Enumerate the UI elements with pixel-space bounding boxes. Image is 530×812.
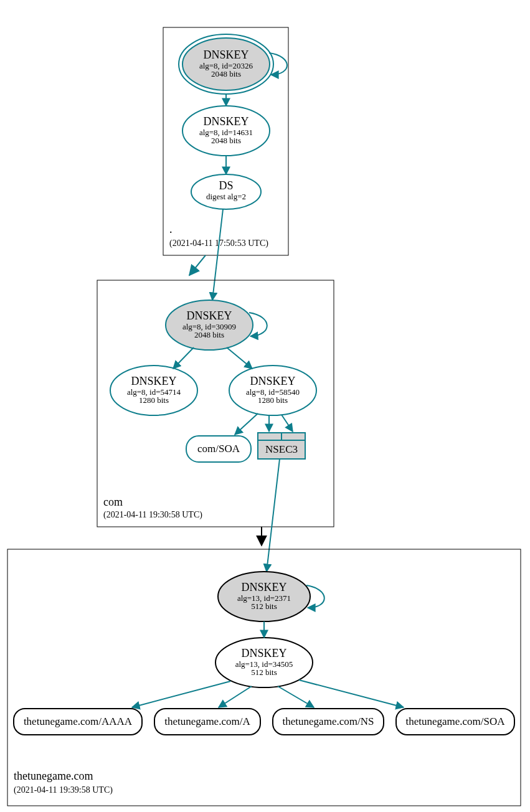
node-leaf-ns: thetunegame.com/NS <box>273 709 384 735</box>
svg-text:DNSKEY: DNSKEY <box>203 115 248 128</box>
node-com-zsk1: DNSKEY alg=8, id=54714 1280 bits <box>110 366 197 415</box>
svg-text:2048 bits: 2048 bits <box>211 69 241 78</box>
zone-root: . (2021-04-11 17:50:53 UTC) DNSKEY alg=8… <box>163 27 288 255</box>
node-leaf-soa: thetunegame.com/SOA <box>396 709 514 735</box>
zone-leaf-timestamp: (2021-04-11 19:39:58 UTC) <box>14 785 113 795</box>
edge-root-to-com <box>189 255 206 275</box>
edge-nsec3-leafksk <box>267 459 280 572</box>
svg-text:1280 bits: 1280 bits <box>258 395 288 405</box>
edge-comksk-zsk2 <box>227 347 252 369</box>
svg-text:1280 bits: 1280 bits <box>139 395 169 405</box>
zone-leaf: thetunegame.com (2021-04-11 19:39:58 UTC… <box>7 549 521 806</box>
node-com-zsk2: DNSKEY alg=8, id=58540 1280 bits <box>229 366 316 415</box>
zone-leaf-label: thetunegame.com <box>14 770 93 782</box>
edge-zsk-a <box>219 686 252 707</box>
zone-com-timestamp: (2021-04-11 19:30:58 UTC) <box>103 510 202 520</box>
edge-zsk2-soa <box>235 413 258 435</box>
node-com-soa: com/SOA <box>186 436 251 462</box>
node-com-nsec3: NSEC3 <box>258 433 305 459</box>
svg-text:DNSKEY: DNSKEY <box>241 647 286 659</box>
edge-zsk-ns <box>278 686 314 707</box>
node-com-ksk: DNSKEY alg=8, id=30909 2048 bits <box>166 300 253 350</box>
node-leaf-zsk: DNSKEY alg=13, id=34505 512 bits <box>215 638 313 687</box>
node-leaf-aaaa: thetunegame.com/AAAA <box>14 709 142 735</box>
svg-text:DNSKEY: DNSKEY <box>250 375 295 387</box>
node-leaf-a: thetunegame.com/A <box>154 709 260 735</box>
svg-text:512 bits: 512 bits <box>251 602 277 611</box>
svg-text:thetunegame.com/A: thetunegame.com/A <box>164 715 250 727</box>
svg-text:digest alg=2: digest alg=2 <box>206 192 246 201</box>
edge-comksk-zsk1 <box>173 347 194 369</box>
svg-text:thetunegame.com/NS: thetunegame.com/NS <box>283 715 374 727</box>
svg-text:DS: DS <box>219 179 233 192</box>
svg-text:DNSKEY: DNSKEY <box>186 309 232 322</box>
zone-com: com (2021-04-11 19:30:58 UTC) DNSKEY alg… <box>97 280 334 527</box>
edge-zsk2-nsec3b <box>282 415 293 432</box>
edge-zsk-soa <box>299 680 404 707</box>
svg-text:512 bits: 512 bits <box>251 668 277 677</box>
svg-text:2048 bits: 2048 bits <box>194 330 224 339</box>
node-root-ds: DS digest alg=2 <box>191 174 261 209</box>
svg-text:thetunegame.com/AAAA: thetunegame.com/AAAA <box>24 715 133 727</box>
zone-com-label: com <box>103 496 123 508</box>
node-leaf-ksk: DNSKEY alg=13, id=2371 512 bits <box>218 572 310 621</box>
svg-text:thetunegame.com/SOA: thetunegame.com/SOA <box>405 715 505 727</box>
svg-text:DNSKEY: DNSKEY <box>241 581 286 593</box>
edge-zsk-aaaa <box>132 681 230 707</box>
svg-text:2048 bits: 2048 bits <box>211 136 241 145</box>
svg-text:NSEC3: NSEC3 <box>265 443 298 455</box>
svg-text:DNSKEY: DNSKEY <box>203 49 248 61</box>
svg-text:DNSKEY: DNSKEY <box>131 375 176 387</box>
edge-ds-to-comksk <box>212 209 223 300</box>
node-root-ksk: DNSKEY alg=8, id=20326 2048 bits <box>179 34 273 94</box>
zone-root-label: . <box>169 223 173 235</box>
svg-text:com/SOA: com/SOA <box>197 443 240 455</box>
node-root-zsk: DNSKEY alg=8, id=14631 2048 bits <box>182 106 270 156</box>
